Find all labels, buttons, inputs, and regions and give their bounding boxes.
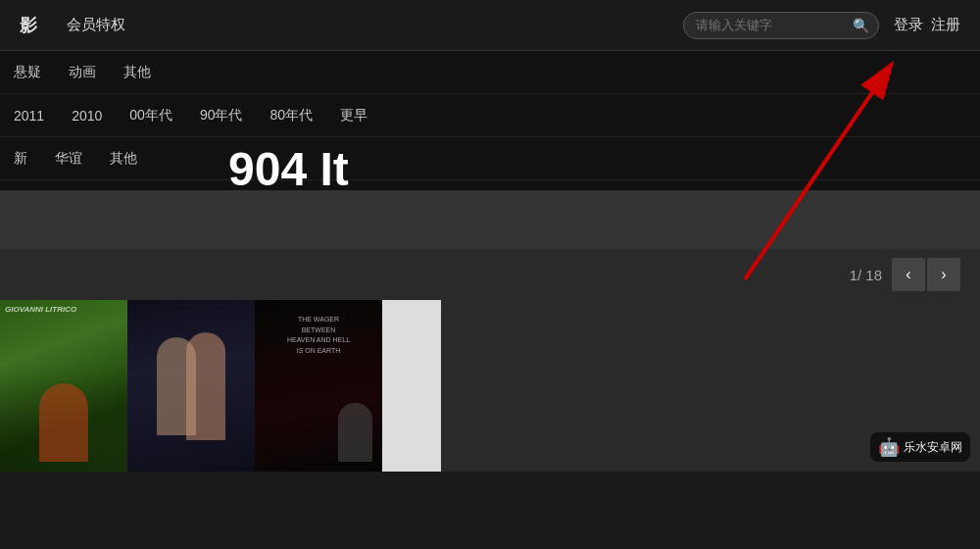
movie-card-3[interactable]: THE WAGERBETWEENHEAVEN AND HELLIS ON EAR… — [255, 300, 382, 472]
movie3-text: THE WAGERBETWEENHEAVEN AND HELLIS ON EAR… — [260, 315, 377, 356]
genre-xuanyi[interactable]: 悬疑 — [0, 60, 55, 85]
search-box: 🔍 — [683, 12, 879, 39]
page-nav: ‹ › — [892, 258, 960, 291]
year-90s[interactable]: 90年代 — [186, 103, 257, 128]
year-filter-row: 2011 2010 00年代 90年代 80年代 更早 — [0, 94, 980, 137]
movie-card-1[interactable]: GIOVANNI LITRICO — [0, 300, 127, 472]
movie-card-2[interactable] — [127, 300, 255, 472]
genre-qita[interactable]: 其他 — [110, 60, 165, 85]
filters-section: 悬疑 动画 其他 2011 2010 00年代 90年代 80年代 更早 新 华… — [0, 51, 980, 190]
page-info: 1/ 18 — [850, 267, 882, 283]
watermark-icon: 🤖 — [878, 436, 900, 458]
auth-links: 登录 注册 — [894, 16, 960, 34]
nav-logo: 影 — [20, 14, 37, 37]
prev-page-button[interactable]: ‹ — [892, 258, 925, 291]
search-icon: 🔍 — [853, 18, 869, 33]
genre-filter-row: 悬疑 动画 其他 — [0, 51, 980, 94]
company-huayi[interactable]: 华谊 — [41, 146, 96, 172]
company-filter-row: 新 华谊 其他 — [0, 137, 980, 180]
company-other[interactable]: 其他 — [96, 146, 151, 172]
movie-card-4[interactable] — [382, 300, 441, 472]
register-button[interactable]: 注册 — [931, 16, 960, 34]
figure-1 — [157, 337, 196, 435]
year-2010[interactable]: 2010 — [58, 104, 116, 127]
next-page-button[interactable]: › — [927, 258, 960, 291]
search-input[interactable] — [696, 18, 853, 32]
nav-logo-area: 影 会员特权 — [20, 14, 683, 37]
results-bar: 1/ 18 ‹ › — [0, 249, 980, 300]
year-00s[interactable]: 00年代 — [116, 103, 186, 128]
genre-donghua[interactable]: 动画 — [55, 60, 110, 85]
watermark-text: 乐水安卓网 — [904, 439, 962, 456]
login-button[interactable]: 登录 — [894, 16, 923, 34]
movie3-figure — [338, 403, 372, 462]
nav-member[interactable]: 会员特权 — [67, 16, 125, 34]
top-nav: 影 会员特权 🔍 登录 注册 — [0, 0, 980, 51]
movies-section: GIOVANNI LITRICO THE WAGERBETWEENHEAVEN … — [0, 300, 980, 472]
company-new[interactable]: 新 — [0, 146, 41, 172]
movie2-figures — [127, 300, 255, 472]
year-earlier[interactable]: 更早 — [326, 103, 381, 128]
watermark: 🤖 乐水安卓网 — [870, 432, 970, 462]
spacer — [0, 190, 980, 249]
movie1-figure — [39, 383, 88, 462]
year-2011[interactable]: 2011 — [0, 104, 58, 127]
year-80s[interactable]: 80年代 — [256, 103, 326, 128]
nav-right: 🔍 登录 注册 — [683, 12, 960, 39]
movie1-author: GIOVANNI LITRICO — [5, 305, 76, 314]
